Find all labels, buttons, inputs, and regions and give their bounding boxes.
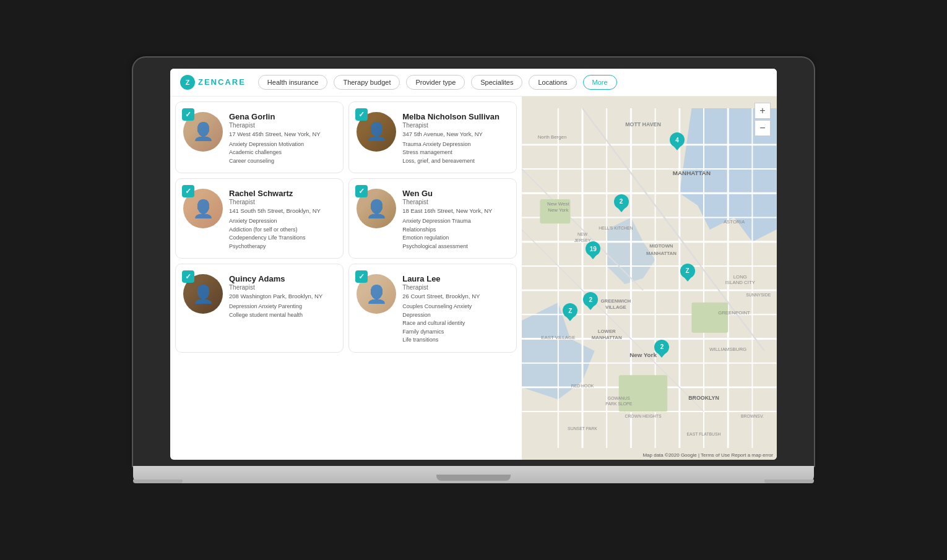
therapist-card-quincy-adams[interactable]: 👤Quincy AdamsTherapist208 Washington Par… <box>175 264 344 353</box>
therapist-name: Melba Nicholson Sullivan <box>402 112 509 121</box>
svg-text:LOWER: LOWER <box>598 328 616 334</box>
therapist-card-laura-lee[interactable]: 👤Laura LeeTherapist26 Court Street, Broo… <box>348 264 517 353</box>
svg-text:LONG: LONG <box>733 274 747 279</box>
therapist-tags: Couples Counseling Anxiety Depression Ra… <box>402 303 509 345</box>
therapist-name: Laura Lee <box>402 274 509 283</box>
therapist-title: Therapist <box>402 284 509 291</box>
card-check-icon <box>355 185 368 197</box>
svg-text:MANHATTAN: MANHATTAN <box>646 251 677 256</box>
laptop-foot-left <box>133 480 183 483</box>
filter-more[interactable]: More <box>583 75 617 90</box>
card-check-icon <box>355 108 368 121</box>
laptop-wrapper: Z ZENCARE Health insurance Therapy budge… <box>133 58 814 503</box>
therapist-address: 347 5th Avenue, New York, NY <box>402 131 509 137</box>
laptop-foot-right <box>764 480 814 483</box>
therapist-info: Melba Nicholson SullivanTherapist347 5th… <box>402 112 509 166</box>
svg-text:PARK SLOPE: PARK SLOPE <box>606 402 633 406</box>
map-controls: + − <box>755 103 771 136</box>
map-panel: MOTT HAVEN North Bergen MANHATTAN New We… <box>522 97 777 460</box>
card-check-icon <box>355 270 368 283</box>
therapist-info: Quincy AdamsTherapist208 Washington Park… <box>229 274 335 319</box>
laptop-screen: Z ZENCARE Health insurance Therapy budge… <box>170 69 777 460</box>
therapist-name: Quincy Adams <box>229 274 335 283</box>
svg-text:New York: New York <box>548 207 569 212</box>
therapist-title: Therapist <box>229 284 335 291</box>
svg-text:EAST VILLAGE: EAST VILLAGE <box>542 334 576 340</box>
svg-text:SUNNYSIDE: SUNNYSIDE <box>746 292 771 296</box>
logo-icon: Z <box>180 75 195 90</box>
card-check-icon <box>182 270 194 283</box>
card-check-icon <box>182 108 194 121</box>
therapist-card-gena-gorlin[interactable]: 👤Gena GorlinTherapist17 West 45th Street… <box>175 101 344 174</box>
therapist-address: 208 Washington Park, Brooklyn, NY <box>229 293 335 299</box>
card-check-icon <box>182 185 194 197</box>
svg-text:North Bergen: North Bergen <box>538 134 567 140</box>
main-content: 👤Gena GorlinTherapist17 West 45th Street… <box>170 97 777 460</box>
svg-text:EAST FLATBUSH: EAST FLATBUSH <box>687 432 721 436</box>
therapist-info: Gena GorlinTherapist17 West 45th Street,… <box>229 112 335 166</box>
svg-text:BROWNSV.: BROWNSV. <box>741 413 764 418</box>
svg-text:BROOKLYN: BROOKLYN <box>689 394 720 400</box>
map-attribution: Map data ©2020 Google | Terms of Use Rep… <box>642 452 773 458</box>
brand-name: ZENCARE <box>198 77 246 87</box>
map-pin-2a[interactable]: 2 <box>614 194 629 209</box>
svg-text:SUNSET PARK: SUNSET PARK <box>568 426 598 430</box>
svg-text:NEW: NEW <box>577 231 588 236</box>
svg-text:HELL'S KITCHEN: HELL'S KITCHEN <box>599 226 633 230</box>
filter-locations[interactable]: Locations <box>529 75 576 90</box>
svg-text:New West: New West <box>547 200 569 206</box>
map-pin-z2[interactable]: Z <box>680 264 695 278</box>
svg-text:RED HOOK: RED HOOK <box>571 383 594 387</box>
therapist-tags: Anxiety Depression Trauma Relationships … <box>402 217 509 251</box>
therapist-card-rachel-schwartz[interactable]: 👤Rachel SchwartzTherapist141 South 5th S… <box>175 178 344 259</box>
zoom-in-button[interactable]: + <box>755 103 771 119</box>
filter-health-insurance[interactable]: Health insurance <box>258 75 328 90</box>
therapist-info: Laura LeeTherapist26 Court Street, Brook… <box>402 274 509 345</box>
zoom-out-button[interactable]: − <box>755 120 771 136</box>
laptop-base <box>133 466 814 483</box>
laptop-bezel: Z ZENCARE Health insurance Therapy budge… <box>133 58 814 466</box>
svg-text:CROWN HEIGHTS: CROWN HEIGHTS <box>625 413 662 418</box>
svg-text:GREENPOINT: GREENPOINT <box>719 310 751 316</box>
header: Z ZENCARE Health insurance Therapy budge… <box>170 69 777 97</box>
svg-text:GREENWICH: GREENWICH <box>601 298 631 303</box>
therapist-card-melba-nicholson[interactable]: 👤Melba Nicholson SullivanTherapist347 5t… <box>348 101 517 174</box>
svg-text:New York: New York <box>630 351 657 358</box>
therapist-info: Rachel SchwartzTherapist141 South 5th St… <box>229 189 335 251</box>
filter-specialites[interactable]: Specialites <box>471 75 522 90</box>
svg-text:MANHATTAN: MANHATTAN <box>592 334 622 340</box>
therapist-tags: Anxiety Depression Addiction (for self o… <box>229 217 335 251</box>
therapist-info: Wen GuTherapist18 East 16th Street, New … <box>402 189 509 251</box>
filter-provider-type[interactable]: Provider type <box>406 75 465 90</box>
svg-text:MOTT HAVEN: MOTT HAVEN <box>626 121 662 127</box>
therapist-title: Therapist <box>229 199 335 205</box>
therapist-title: Therapist <box>402 122 509 129</box>
svg-text:MANHATTAN: MANHATTAN <box>673 169 711 176</box>
svg-text:VILLAGE: VILLAGE <box>605 304 626 309</box>
therapist-title: Therapist <box>229 122 335 129</box>
therapist-address: 141 South 5th Street, Brooklyn, NY <box>229 207 335 214</box>
therapist-address: 26 Court Street, Brooklyn, NY <box>402 293 509 299</box>
therapist-address: 17 West 45th Street, New York, NY <box>229 131 335 137</box>
therapist-tags: Anxiety Depression Motivation Academic c… <box>229 140 335 166</box>
therapist-name: Wen Gu <box>402 189 509 198</box>
svg-text:ISLAND CITY: ISLAND CITY <box>725 280 756 285</box>
svg-text:JERSEY: JERSEY <box>574 238 591 242</box>
therapist-title: Therapist <box>402 199 509 205</box>
map-svg: MOTT HAVEN North Bergen MANHATTAN New We… <box>522 97 777 460</box>
svg-text:GOWANUS: GOWANUS <box>608 395 630 400</box>
therapist-name: Rachel Schwartz <box>229 189 335 198</box>
filter-therapy-budget[interactable]: Therapy budget <box>334 75 400 90</box>
therapist-address: 18 East 16th Street, New York, NY <box>402 207 509 214</box>
laptop-notch <box>436 475 511 481</box>
svg-text:WILLIAMSBURG: WILLIAMSBURG <box>710 347 747 352</box>
svg-text:MIDTOWN: MIDTOWN <box>650 243 673 249</box>
logo: Z ZENCARE <box>180 75 246 90</box>
therapist-tags: Depression Anxiety Parenting College stu… <box>229 303 335 319</box>
therapist-list: 👤Gena GorlinTherapist17 West 45th Street… <box>170 97 522 460</box>
svg-rect-27 <box>692 302 729 332</box>
therapist-card-wen-gu[interactable]: 👤Wen GuTherapist18 East 16th Street, New… <box>348 178 517 259</box>
therapist-tags: Trauma Anxiety Depression Stress managem… <box>402 140 509 166</box>
svg-text:ASTORIA: ASTORIA <box>724 219 745 225</box>
therapist-name: Gena Gorlin <box>229 112 335 121</box>
